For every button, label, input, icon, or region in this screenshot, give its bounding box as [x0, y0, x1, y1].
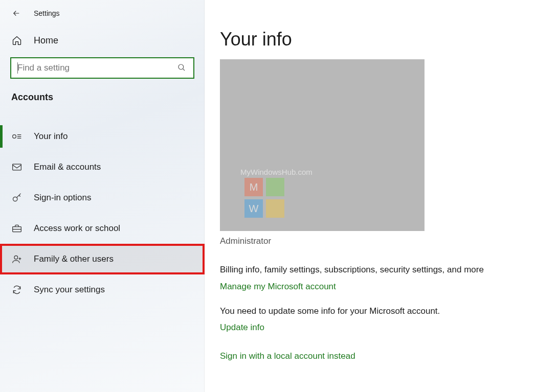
search-input[interactable]	[17, 63, 177, 73]
sync-icon	[11, 284, 23, 295]
watermark-logo: M W	[244, 178, 284, 218]
section-label-accounts: Accounts	[0, 92, 205, 103]
sidebar-item-email-accounts[interactable]: Email & accounts	[0, 152, 205, 182]
home-label: Home	[34, 35, 58, 46]
sidebar-item-your-info[interactable]: Your info	[0, 121, 205, 152]
nav-label: Family & other users	[34, 254, 114, 264]
profile-picture: MyWindowsHub.com M W	[220, 59, 425, 231]
sidebar: Settings Home Accounts Your info	[0, 0, 205, 392]
local-account-link[interactable]: Sign in with a local account instead	[220, 351, 355, 361]
account-role: Administrator	[220, 236, 516, 246]
watermark-tile-red: M	[244, 178, 263, 196]
nav-label: Access work or school	[34, 223, 120, 234]
sidebar-item-sync-settings[interactable]: Sync your settings	[0, 274, 205, 305]
watermark-tile-green	[266, 178, 284, 196]
back-button[interactable]	[11, 8, 21, 18]
mail-icon	[11, 162, 23, 173]
svg-point-3	[13, 197, 17, 201]
briefcase-icon	[11, 223, 23, 234]
svg-point-1	[13, 135, 16, 139]
home-icon	[11, 35, 23, 46]
sidebar-item-family-other-users[interactable]: Family & other users	[0, 244, 205, 274]
nav-label: Sync your settings	[34, 285, 105, 295]
sidebar-item-family-wrap: Family & other users	[0, 244, 205, 274]
svg-point-0	[178, 64, 184, 70]
svg-point-5	[14, 256, 18, 259]
window-title: Settings	[34, 9, 60, 17]
sidebar-item-home[interactable]: Home	[0, 24, 205, 57]
search-wrap	[10, 57, 194, 79]
search-box[interactable]	[10, 57, 194, 79]
watermark-tile-blue: W	[244, 199, 263, 218]
sidebar-item-access-work-school[interactable]: Access work or school	[0, 213, 205, 244]
local-account-block: Sign in with a local account instead	[220, 351, 516, 361]
settings-window: Settings Home Accounts Your info	[0, 0, 536, 392]
update-block: You need to update some info for your Mi…	[220, 305, 516, 333]
update-info-link[interactable]: Update info	[220, 322, 264, 333]
nav-label: Email & accounts	[34, 162, 101, 172]
billing-text: Billing info, family settings, subscript…	[220, 264, 506, 276]
key-icon	[11, 192, 23, 203]
titlebar: Settings	[0, 3, 205, 24]
person-add-icon	[11, 253, 23, 265]
arrow-left-icon	[12, 9, 21, 18]
text-caret	[17, 62, 18, 74]
nav-label: Sign-in options	[34, 193, 91, 203]
watermark-text: MyWindowsHub.com	[240, 168, 425, 176]
nav-label: Your info	[34, 131, 68, 142]
page-title: Your info	[220, 29, 516, 50]
main-content: Your info MyWindowsHub.com M W Administr…	[205, 0, 536, 392]
manage-account-link[interactable]: Manage my Microsoft account	[220, 282, 336, 292]
search-icon	[177, 63, 187, 73]
update-text: You need to update some info for your Mi…	[220, 305, 506, 318]
billing-block: Billing info, family settings, subscript…	[220, 264, 516, 292]
id-card-icon	[11, 131, 23, 142]
svg-rect-2	[13, 164, 21, 170]
watermark-tile-yellow	[266, 199, 284, 218]
sidebar-item-signin-options[interactable]: Sign-in options	[0, 182, 205, 213]
